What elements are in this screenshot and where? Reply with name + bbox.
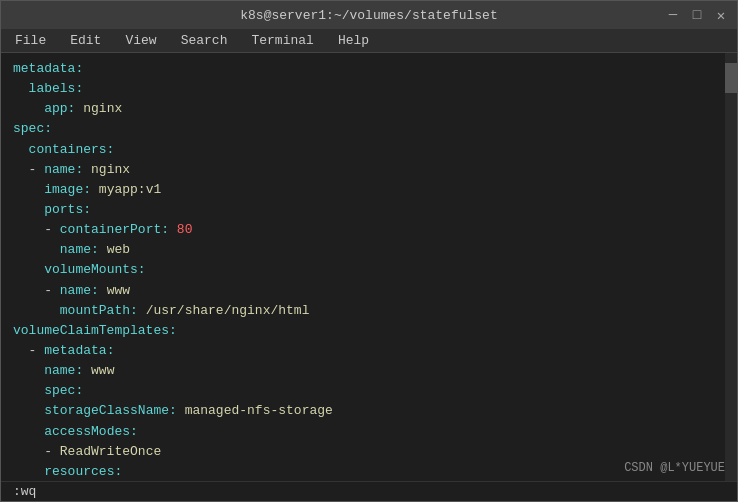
code-line: - name: nginx (13, 160, 725, 180)
code-line: name: www (13, 361, 725, 381)
menu-help[interactable]: Help (334, 33, 373, 48)
close-button[interactable]: ✕ (713, 7, 729, 24)
code-line: app: nginx (13, 99, 725, 119)
code-line: containers: (13, 140, 725, 160)
menu-file[interactable]: File (11, 33, 50, 48)
menu-bar: File Edit View Search Terminal Help (1, 29, 737, 53)
code-line: - metadata: (13, 341, 725, 361)
code-line: metadata: (13, 59, 725, 79)
title-bar: k8s@server1:~/volumes/statefulset ─ □ ✕ (1, 1, 737, 29)
code-line: ports: (13, 200, 725, 220)
vim-status-bar: :wq (1, 481, 737, 501)
code-line: resources: (13, 462, 725, 481)
code-line: spec: (13, 119, 725, 139)
code-line: spec: (13, 381, 725, 401)
code-line: volumeClaimTemplates: (13, 321, 725, 341)
code-line: mountPath: /usr/share/nginx/html (13, 301, 725, 321)
scrollbar[interactable] (725, 53, 737, 481)
menu-edit[interactable]: Edit (66, 33, 105, 48)
menu-search[interactable]: Search (177, 33, 232, 48)
watermark: CSDN @L*YUEYUE (624, 461, 725, 475)
terminal-window: k8s@server1:~/volumes/statefulset ─ □ ✕ … (0, 0, 738, 502)
window-title: k8s@server1:~/volumes/statefulset (240, 8, 497, 23)
menu-view[interactable]: View (121, 33, 160, 48)
vim-command: :wq (13, 484, 36, 499)
terminal-content[interactable]: metadata: labels: app: nginx spec: conta… (1, 53, 737, 481)
code-line: - ReadWriteOnce (13, 442, 725, 462)
maximize-button[interactable]: □ (689, 7, 705, 24)
code-line: name: web (13, 240, 725, 260)
code-line: - name: www (13, 281, 725, 301)
code-line: volumeMounts: (13, 260, 725, 280)
code-line: image: myapp:v1 (13, 180, 725, 200)
window-controls: ─ □ ✕ (665, 7, 729, 24)
code-line: storageClassName: managed-nfs-storage (13, 401, 725, 421)
scrollbar-thumb[interactable] (725, 63, 737, 93)
code-line: - containerPort: 80 (13, 220, 725, 240)
menu-terminal[interactable]: Terminal (247, 33, 317, 48)
code-line: accessModes: (13, 422, 725, 442)
minimize-button[interactable]: ─ (665, 7, 681, 24)
code-line: labels: (13, 79, 725, 99)
